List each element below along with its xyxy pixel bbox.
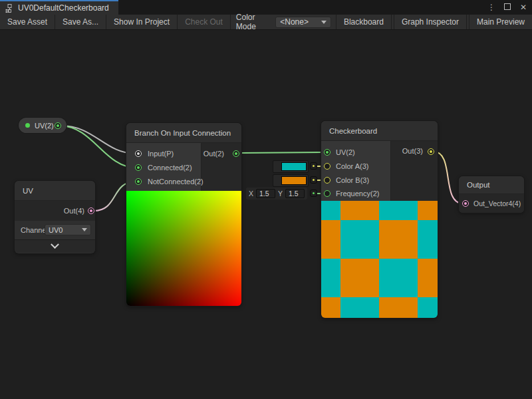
color-a-field[interactable] <box>273 160 309 173</box>
port-branch-out[interactable] <box>233 150 239 157</box>
save-as-button[interactable]: Save As... <box>55 15 106 29</box>
channel-label: Channe <box>21 225 47 235</box>
port-label-input: Input(P) <box>148 148 174 159</box>
frequency-y-label: Y <box>278 190 283 198</box>
branch-uv-gradient-preview <box>126 191 241 306</box>
save-asset-button[interactable]: Save Asset <box>0 15 55 29</box>
branch-node-title: Branch On Input Connection <box>126 123 241 143</box>
port-label-color-b: Color B(3) <box>336 175 369 186</box>
color-mode-dropdown[interactable]: <None> <box>275 17 331 28</box>
frequency-y-input[interactable]: 1.5 <box>285 189 305 198</box>
stub-connector-color-b[interactable] <box>310 176 317 184</box>
node-uv[interactable]: UV Out(4) Channe UV0 <box>15 181 95 253</box>
color-b-swatch[interactable] <box>281 176 307 185</box>
port-label-color-a: Color A(3) <box>336 161 369 172</box>
port-uvprop-out[interactable] <box>55 122 61 129</box>
close-icon[interactable]: ✕ <box>519 0 528 15</box>
chevron-down-icon <box>51 240 59 249</box>
port-label-frequency: Frequency(2) <box>336 188 379 199</box>
tab-shader-graph[interactable]: UV0DefaultCheckerboard <box>0 0 118 15</box>
port-label-out3: Out(3) <box>402 146 423 156</box>
node-output[interactable]: Output Out_Vector4(4) <box>459 176 524 213</box>
channel-value: UV0 <box>49 226 63 234</box>
check-out-button: Check Out <box>178 15 231 29</box>
port-checker-frequency[interactable] <box>324 190 331 197</box>
port-checker-out[interactable] <box>428 148 434 155</box>
port-label-out-vector4: Out_Vector4(4) <box>473 198 521 209</box>
graph-inspector-toggle[interactable]: Graph Inspector <box>394 15 467 29</box>
color-mode-value: <None> <box>280 17 309 27</box>
frequency-x-input[interactable]: 1.5 <box>256 189 275 198</box>
port-label-connected: Connected(2) <box>148 162 192 173</box>
branch-node-body: Input(P) Connected(2) NotConnected(2) Ou… <box>126 143 241 191</box>
shader-graph-icon <box>5 4 14 13</box>
port-label-uv2: UV(2) <box>336 147 355 158</box>
maximize-icon[interactable] <box>503 0 512 15</box>
port-checker-color-b[interactable] <box>324 177 331 184</box>
uv-node-title: UV <box>15 181 95 201</box>
frequency-x-label: X <box>249 190 253 198</box>
chevron-down-icon <box>321 21 327 24</box>
edge-uvprop-to-connected <box>61 126 136 168</box>
port-checker-color-a[interactable] <box>324 163 331 170</box>
output-node-title: Output <box>459 176 524 194</box>
tab-title: UV0DefaultCheckerboard <box>18 3 109 13</box>
edge-uvprop-to-input <box>61 126 136 154</box>
uv-preview-expander[interactable] <box>15 239 95 253</box>
port-output-in[interactable] <box>462 200 469 207</box>
port-branch-connected[interactable] <box>135 164 142 171</box>
port-label-out2: Out(2) <box>203 148 224 159</box>
window-menu-icon[interactable]: ⋮ <box>487 0 496 15</box>
stub-connector-frequency[interactable] <box>310 190 317 197</box>
channel-dropdown[interactable]: UV0 <box>45 224 91 235</box>
port-label-out4: Out(4) <box>64 205 84 216</box>
port-branch-notconnected[interactable] <box>135 178 142 185</box>
checkerboard-node-title: Checkerboard <box>321 121 438 141</box>
color-b-field[interactable] <box>273 174 309 187</box>
node-checkerboard[interactable]: Checkerboard UV(2) Color A(3) Color B(3)… <box>321 121 438 318</box>
port-uvnode-out[interactable] <box>88 207 94 214</box>
window-controls: ⋮ ✕ <box>487 0 528 15</box>
exposed-property-dot-icon <box>25 123 30 128</box>
frequency-field: X 1.5 Y 1.5 <box>246 188 307 200</box>
stub-connector-color-a[interactable] <box>310 162 317 170</box>
port-label-notconnected: NotConnected(2) <box>148 176 203 187</box>
uv-property-label: UV(2) <box>35 122 54 130</box>
toolbar: Save Asset Save As... Show In Project Ch… <box>0 15 532 30</box>
port-checker-uv[interactable] <box>324 149 331 156</box>
color-mode-label: Color Mode <box>231 15 275 29</box>
checkerboard-node-body: UV(2) Color A(3) Color B(3) Frequency(2)… <box>321 141 438 201</box>
uv-node-body: Out(4) Channe UV0 <box>15 201 95 253</box>
show-in-project-button[interactable]: Show In Project <box>106 15 178 29</box>
port-branch-input[interactable] <box>135 150 142 157</box>
main-preview-toggle[interactable]: Main Preview <box>469 15 532 29</box>
checkerboard-preview <box>321 201 438 318</box>
color-a-swatch[interactable] <box>281 162 307 171</box>
node-branch-on-input-connection[interactable]: Branch On Input Connection Input(P) Conn… <box>126 123 241 306</box>
chevron-down-icon <box>82 228 87 231</box>
blackboard-toggle[interactable]: Blackboard <box>336 15 392 29</box>
edge-branchout-to-checkeruv <box>239 152 325 153</box>
